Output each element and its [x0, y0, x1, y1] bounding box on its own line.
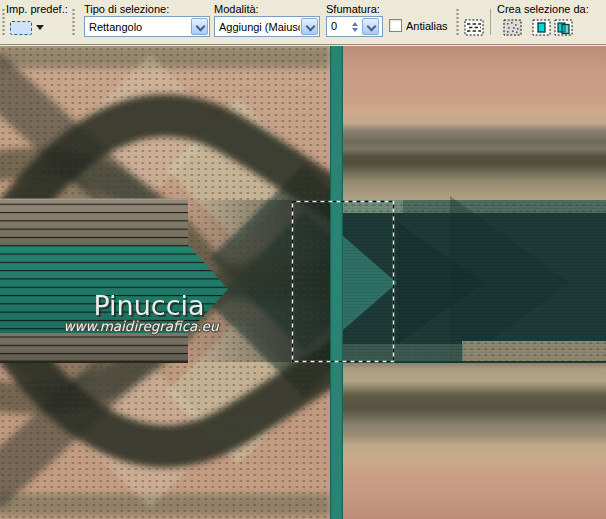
canvas-image[interactable]: Pinuccia Pinuccia www.maidiregrafica.eu: [0, 46, 606, 519]
selection-from-merged-button[interactable]: [550, 15, 576, 40]
feather-value[interactable]: 0: [327, 17, 349, 36]
selection-type-label: Tipo di selezione:: [84, 3, 169, 15]
selection-from-layer-icon: [532, 19, 551, 36]
chevron-down-icon[interactable]: [191, 18, 208, 35]
watermark-title: Pinuccia: [93, 290, 204, 321]
preset-picker-button[interactable]: [8, 16, 50, 39]
mode-value: Aggiungi (Maiusc): [215, 21, 300, 33]
toolbar-grip[interactable]: [2, 8, 5, 37]
spin-up-icon[interactable]: [352, 22, 358, 26]
toolbar-grip[interactable]: [456, 8, 459, 37]
tool-options-toolbar: Imp. predef.: Tipo di selezione: Rettang…: [0, 0, 606, 45]
selection-type-combobox[interactable]: Rettangolo: [84, 16, 210, 37]
right-artwork: [343, 46, 606, 519]
spin-down-icon[interactable]: [352, 28, 358, 32]
custom-selection-button[interactable]: [461, 15, 487, 40]
preset-label: Imp. predef.:: [6, 3, 68, 15]
selection-from-mask-button[interactable]: [499, 15, 525, 40]
chevron-down-icon[interactable]: [301, 18, 318, 35]
selection-preset-icon: [10, 21, 32, 35]
mode-combobox[interactable]: Aggiungi (Maiusc): [214, 16, 320, 37]
custom-selection-icon: [464, 19, 484, 36]
create-from-label: Crea selezione da:: [497, 3, 589, 15]
feather-spinner[interactable]: 0: [326, 16, 383, 37]
selection-from-merged-icon: [554, 19, 573, 36]
selection-type-value: Rettangolo: [85, 21, 190, 33]
watermark-url: www.maidiregrafica.eu: [64, 318, 220, 334]
image-canvas[interactable]: Pinuccia Pinuccia www.maidiregrafica.eu: [0, 46, 606, 519]
mode-label: Modalità:: [214, 3, 259, 15]
teal-divider-stripe: [330, 46, 343, 519]
antialias-checkbox[interactable]: [389, 19, 402, 32]
toolbar-separator: [490, 9, 491, 35]
slider-dropdown-icon[interactable]: [362, 18, 379, 35]
dropdown-arrow-icon: [36, 25, 44, 30]
antialias-label[interactable]: Antialias: [406, 20, 448, 32]
toolbar-grip[interactable]: [72, 8, 75, 37]
selection-from-mask-icon: [503, 19, 522, 36]
feather-label: Sfumatura:: [326, 3, 380, 15]
spin-buttons[interactable]: [349, 17, 361, 36]
app-window: Imp. predef.: Tipo di selezione: Rettang…: [0, 0, 606, 519]
